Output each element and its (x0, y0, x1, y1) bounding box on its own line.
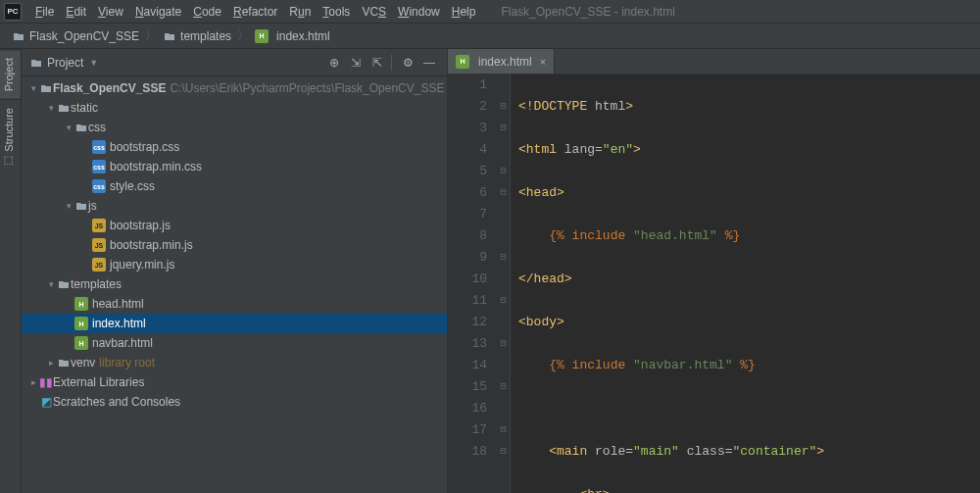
js-icon: JS (92, 258, 106, 271)
folder-icon (39, 81, 53, 95)
menu-navigate[interactable]: Navigate (129, 3, 187, 21)
folder-icon (163, 29, 176, 43)
html-icon: H (456, 55, 469, 69)
tree-dir-css[interactable]: ▾ css (22, 118, 447, 137)
editor-pane: H index.html × 123 456 789 101112 131415… (448, 49, 980, 493)
project-pane-title[interactable]: Project (47, 56, 83, 70)
project-tree[interactable]: ▾ Flask_OpenCV_SSE C:\Users\Erik\Pycharm… (22, 76, 447, 493)
code-val: "container" (732, 444, 816, 459)
menu-file[interactable]: File (29, 3, 60, 21)
tree-root[interactable]: ▾ Flask_OpenCV_SSE C:\Users\Erik\Pycharm… (22, 78, 447, 98)
folder-icon (57, 277, 71, 291)
scratch-icon: ◩ (39, 395, 53, 409)
editor-tab-label: index.html (478, 55, 532, 69)
folder-icon (74, 199, 88, 213)
code-val: "main" (633, 444, 679, 459)
tree-label: css (88, 121, 106, 134)
fold-column[interactable]: ⊟⊟ ⊟⊟ ⊟ ⊟ ⊟⊟ ⊟⊟ (497, 74, 511, 493)
project-icon (29, 56, 43, 70)
tree-label: External Libraries (53, 375, 144, 389)
js-icon: JS (92, 219, 106, 232)
menu-tools[interactable]: Tools (317, 3, 356, 21)
tree-file[interactable]: cssbootstrap.min.css (22, 157, 447, 176)
tree-label: index.html (92, 317, 146, 330)
tree-scratches[interactable]: ◩ Scratches and Consoles (22, 392, 447, 412)
menu-refactor[interactable]: Refactor (227, 3, 283, 21)
tool-window-stripe: Project ⬚ Structure (0, 49, 22, 493)
tree-external-libs[interactable]: ▸ ▮▮ External Libraries (22, 372, 447, 392)
css-icon: css (92, 179, 106, 193)
html-icon: H (74, 297, 88, 311)
menu-window[interactable]: Window (392, 3, 446, 21)
folder-icon (74, 121, 88, 134)
side-tab-project[interactable]: Project (0, 49, 21, 99)
chevron-down-icon[interactable]: ▾ (45, 279, 57, 289)
collapse-all-button[interactable]: ⇱ (368, 53, 387, 73)
tree-label: venv (71, 356, 95, 370)
tree-file[interactable]: Hnavbar.html (22, 333, 447, 353)
tree-file[interactable]: cssstyle.css (22, 176, 447, 196)
code-str: "navbar.html" (633, 358, 732, 372)
css-icon: css (92, 140, 106, 154)
menu-edit[interactable]: Edit (60, 3, 92, 21)
chevron-down-icon[interactable]: ▾ (45, 103, 57, 113)
tree-path: C:\Users\Erik\PycharmProjects\Flask_Open… (170, 81, 444, 95)
dropdown-icon[interactable]: ▼ (89, 58, 98, 68)
editor-tab[interactable]: H index.html × (448, 49, 555, 74)
menubar: PC File Edit View Navigate Code Refactor… (0, 0, 980, 24)
tree-label: bootstrap.css (110, 140, 179, 154)
menu-run[interactable]: Run (283, 3, 317, 21)
html-icon: H (74, 317, 88, 330)
css-icon: css (92, 160, 106, 173)
tree-label: style.css (110, 179, 155, 193)
tree-file[interactable]: JSbootstrap.js (22, 216, 447, 235)
project-pane: Project ▼ ⊕ ⇲ ⇱ ⚙ — ▾ Flask_OpenCV_SSE C… (22, 49, 448, 493)
tree-label: bootstrap.min.css (110, 160, 202, 173)
tree-file[interactable]: JSjquery.min.js (22, 255, 447, 274)
library-icon: ▮▮ (39, 375, 53, 389)
chevron-down-icon[interactable]: ▾ (27, 83, 39, 93)
editor[interactable]: 123 456 789 101112 131415 161718 ⊟⊟ ⊟⊟ ⊟… (448, 74, 980, 493)
tree-file-selected[interactable]: Hindex.html (22, 314, 447, 333)
tree-label: bootstrap.js (110, 219, 171, 232)
expand-all-button[interactable]: ⇲ (346, 53, 366, 73)
tree-label: head.html (92, 297, 144, 311)
html-icon: H (74, 336, 88, 350)
crumb-dir[interactable]: templates (159, 29, 235, 43)
tree-dir-js[interactable]: ▾ js (22, 196, 447, 216)
chevron-right-icon[interactable]: ▸ (27, 377, 39, 387)
minimize-button[interactable]: — (419, 53, 439, 73)
tree-dir-static[interactable]: ▾ static (22, 98, 447, 118)
locate-button[interactable]: ⊕ (324, 53, 344, 73)
app-icon: PC (4, 3, 22, 21)
tree-dir-templates[interactable]: ▾ templates (22, 274, 447, 294)
code-area[interactable]: <!DOCTYPE html> <html lang="en"> <head> … (511, 74, 980, 493)
tree-label: bootstrap.min.js (110, 238, 193, 252)
crumb-sep: 〉 (143, 27, 159, 44)
chevron-down-icon[interactable]: ▾ (63, 201, 74, 211)
tree-file[interactable]: Hhead.html (22, 294, 447, 314)
chevron-down-icon[interactable]: ▾ (63, 123, 74, 132)
crumb-text: index.html (276, 29, 330, 43)
crumb-file[interactable]: H index.html (251, 29, 334, 43)
menu-help[interactable]: Help (446, 3, 482, 21)
crumb-sep: 〉 (235, 27, 251, 44)
divider (391, 55, 392, 71)
tree-dir-venv[interactable]: ▸ venv library root (22, 353, 447, 372)
close-icon[interactable]: × (540, 56, 546, 68)
tree-file[interactable]: JSbootstrap.min.js (22, 235, 447, 255)
crumb-root[interactable]: Flask_OpenCV_SSE (8, 29, 143, 43)
side-tab-structure[interactable]: ⬚ Structure (0, 99, 21, 175)
settings-button[interactable]: ⚙ (398, 53, 417, 73)
menu-code[interactable]: Code (187, 3, 227, 21)
folder-icon (57, 101, 71, 115)
menu-view[interactable]: View (92, 3, 129, 21)
tree-label: navbar.html (92, 336, 153, 350)
tree-note: library root (99, 356, 155, 370)
chevron-right-icon[interactable]: ▸ (45, 358, 57, 368)
tree-file[interactable]: cssbootstrap.css (22, 137, 447, 157)
tree-label: Flask_OpenCV_SSE (53, 81, 166, 95)
gutter: 123 456 789 101112 131415 161718 (448, 74, 497, 493)
menu-vcs[interactable]: VCS (356, 3, 392, 21)
folder-icon (57, 356, 71, 370)
